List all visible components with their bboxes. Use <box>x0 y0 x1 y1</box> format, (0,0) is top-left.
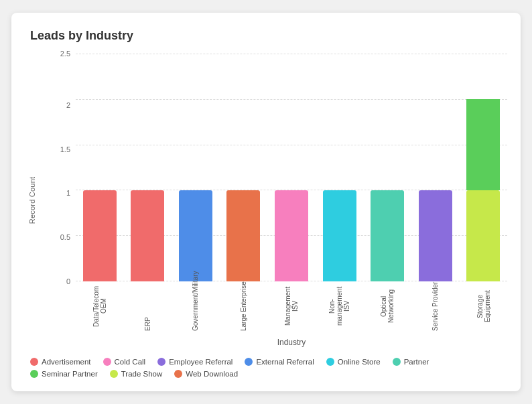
y-tick: 1.5 <box>60 145 70 153</box>
bar-segment <box>179 190 212 281</box>
legend-item: Advertisement <box>30 358 91 366</box>
bar-stack <box>371 190 404 281</box>
bar-segment <box>371 190 404 281</box>
legend-dot <box>174 370 182 378</box>
bar-group <box>124 54 172 281</box>
bar-group <box>267 54 316 281</box>
chart-area: Record Count 2.521.510.50 Data/Telecom O… <box>25 54 507 347</box>
bar-segment <box>466 99 500 190</box>
bar-stack <box>179 190 212 281</box>
legend-item: Cold Call <box>103 358 146 366</box>
legend-label: Cold Call <box>115 358 146 366</box>
y-ticks: 2.521.510.50 <box>42 54 76 281</box>
bar-stack <box>226 190 260 281</box>
legend: AdvertisementCold CallEmployee ReferralE… <box>25 358 507 378</box>
legend-label: Web Download <box>186 370 238 378</box>
legend-item: Trade Show <box>110 370 163 378</box>
legend-item: Seminar Partner <box>30 370 98 378</box>
bar-segment <box>275 190 308 281</box>
legend-item: Web Download <box>174 370 238 378</box>
bar-segment <box>83 190 117 281</box>
bar-stack <box>131 190 164 281</box>
chart-inner: 2.521.510.50 Data/Telecom OEMERPGovernme… <box>42 54 507 347</box>
bar-stack <box>83 190 117 281</box>
x-tick: Government/Military <box>172 281 220 335</box>
bar-segment <box>323 190 356 281</box>
legend-label: Online Store <box>338 358 381 366</box>
y-tick: 0.5 <box>60 234 70 241</box>
bar-group <box>172 54 220 281</box>
bar-segment <box>419 190 452 281</box>
y-tick: 2 <box>66 101 70 109</box>
legend-dot <box>30 370 38 378</box>
legend-dot <box>245 358 253 366</box>
bar-segment <box>466 190 500 281</box>
legend-dot <box>157 358 165 366</box>
bar-group <box>76 54 124 281</box>
bar-stack <box>275 190 308 281</box>
y-axis-label: Record Count <box>28 177 36 224</box>
x-tick: Storage Equipment <box>460 281 508 335</box>
y-axis-label-container: Record Count <box>25 54 40 347</box>
bar-stack <box>323 190 356 281</box>
legend-item: External Referral <box>245 358 314 366</box>
bar-group <box>363 54 411 281</box>
x-tick: Management ISV <box>267 281 316 335</box>
legend-dot <box>110 370 118 378</box>
legend-label: Seminar Partner <box>42 370 98 378</box>
bar-group <box>316 54 364 281</box>
chart-title: Leads by Industry <box>30 29 507 43</box>
bar-group <box>411 54 460 281</box>
bar-group <box>220 54 268 281</box>
legend-label: External Referral <box>256 358 314 366</box>
x-tick: ERP <box>124 281 172 335</box>
legend-dot <box>103 358 111 366</box>
x-axis-title: Industry <box>76 338 507 347</box>
y-tick: 1 <box>66 190 70 197</box>
legend-dot <box>30 358 38 366</box>
bar-group <box>460 54 508 281</box>
y-tick: 0 <box>66 277 70 285</box>
bars-container <box>76 54 507 281</box>
bar-stack <box>466 99 500 281</box>
legend-item: Employee Referral <box>157 358 232 366</box>
y-tick: 2.5 <box>60 50 70 58</box>
x-tick: Optical Networking <box>363 281 411 335</box>
legend-dot <box>326 358 334 366</box>
legend-label: Trade Show <box>121 370 163 378</box>
legend-label: Partner <box>404 358 429 366</box>
legend-label: Employee Referral <box>169 358 232 366</box>
legend-dot <box>393 358 401 366</box>
bar-stack <box>419 190 452 281</box>
chart-card: Leads by Industry Record Count 2.521.510… <box>11 13 521 391</box>
legend-item: Online Store <box>326 358 381 366</box>
legend-label: Advertisement <box>42 358 91 366</box>
x-tick: Large Enterprise <box>220 281 268 335</box>
legend-item: Partner <box>393 358 429 366</box>
bar-segment <box>131 190 164 281</box>
x-tick: Non-management ISV <box>316 281 364 335</box>
x-tick: Service Provider <box>411 281 460 335</box>
x-tick: Data/Telecom OEM <box>76 281 124 335</box>
bar-segment <box>226 190 260 281</box>
plot-area: 2.521.510.50 <box>42 54 507 281</box>
x-axis: Data/Telecom OEMERPGovernment/MilitaryLa… <box>76 281 507 335</box>
